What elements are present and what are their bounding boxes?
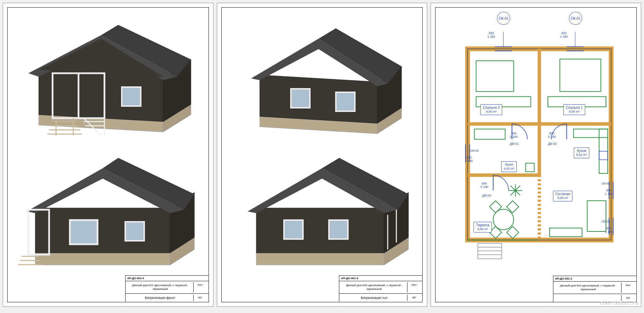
house-render: [239, 153, 412, 274]
dim-win: 8501 180: [560, 32, 568, 39]
render-front-bottom: [11, 149, 198, 274]
window-tag: ОК-01: [470, 149, 479, 153]
tb-view: Визуализация фронт: [127, 295, 194, 301]
tb-view: Визуализация тыл: [341, 295, 407, 301]
tb-leaf-header: Лист: [194, 282, 207, 292]
label-bedroom2: Спальня 28,95 m²: [480, 104, 502, 115]
dim-win: 8501 180: [605, 189, 613, 196]
sheet-rear: АП-ДО-001-3 Дачный дом 6х9 одноэтажный, …: [217, 3, 427, 307]
svg-marker-22: [35, 208, 170, 253]
tb-desc: Дачный дом 6х9 одноэтажный, с террасой -…: [555, 283, 622, 293]
svg-rect-77: [490, 201, 502, 213]
svg-marker-2: [39, 70, 163, 122]
tb-desc: Дачный дом 6х9 одноэтажный, с террасой -…: [127, 282, 194, 292]
svg-marker-40: [256, 253, 384, 265]
window-tag: ОК-01: [569, 12, 582, 25]
house-render: [15, 15, 194, 139]
frame: ОК-01 ОК-01 8501 180 8501 180 Спальня 28…: [435, 7, 637, 302]
watermark: chertezhi.ru: [600, 300, 639, 306]
svg-rect-47: [329, 220, 348, 239]
title-block: АП-ДО-001-3 Дачный дом 6х9 одноэтажный, …: [553, 276, 636, 302]
render-rear-top: [239, 21, 405, 139]
door-tag: ДВ-03: [482, 194, 491, 198]
svg-marker-34: [260, 75, 377, 123]
label-bedroom1: Спальня 18,95 m²: [563, 104, 585, 115]
svg-rect-65: [475, 129, 505, 140]
dim-win: 8501 180: [487, 32, 495, 39]
frame: АП-ДО-001-3 Дачный дом 6х9 одноэтажный, …: [7, 7, 209, 302]
svg-rect-9: [122, 87, 141, 106]
render-rear-bottom: [239, 153, 412, 274]
sheet-front: АП-ДО-001-3 Дачный дом 6х9 одноэтажный, …: [3, 3, 213, 307]
render-front-top: [15, 15, 194, 139]
dim-win: 8501 180: [465, 156, 473, 163]
svg-rect-66: [526, 163, 534, 172]
door-tag: ДВ-01: [510, 142, 518, 146]
title-block: АП-ДО-001-3 Дачный дом 6х9 одноэтажный, …: [125, 275, 209, 302]
sheet-plan: ОК-01 ОК-01 8501 180 8501 180 Спальня 28…: [431, 3, 641, 307]
window-tag: ОК-01: [601, 220, 610, 224]
tb-code: АП-ДО-001-3: [339, 276, 422, 281]
label-living: Гостиная8,65 m²: [553, 191, 572, 201]
svg-rect-78: [507, 201, 519, 213]
svg-rect-26: [70, 220, 98, 244]
callout-window: ОК-01: [497, 12, 510, 25]
floor-plan: ОК-01 ОК-01 8501 180 8501 180 Спальня 28…: [456, 28, 623, 260]
svg-rect-39: [336, 92, 355, 111]
frame: АП-ДО-001-3 Дачный дом 6х9 одноэтажный, …: [221, 7, 423, 302]
house-render: [239, 21, 405, 139]
dim-door: 8002 100: [548, 132, 556, 139]
svg-rect-70: [587, 201, 606, 231]
label-kitchen: Кухня8,02 m²: [574, 148, 589, 158]
title-block: АП-ДО-001-3 Дачный дом 6х9 одноэтажный, …: [339, 275, 422, 302]
door-tag: ДВ-02: [548, 142, 556, 146]
tb-code: АП-ДО-001-3: [553, 276, 636, 282]
svg-rect-61: [476, 61, 514, 92]
svg-rect-71: [550, 228, 582, 237]
svg-marker-20: [35, 253, 170, 265]
svg-rect-46: [284, 220, 303, 239]
tb-desc: Дачный дом 6х9 одноэтажный, с террасой -…: [341, 282, 407, 292]
house-render: [11, 149, 198, 274]
svg-rect-67: [574, 129, 608, 138]
label-terrace: Терраса8,56 m²: [473, 222, 491, 233]
tb-leaf-value: АП: [194, 295, 207, 301]
sheet-row: АП-ДО-001-3 Дачный дом 6х9 одноэтажный, …: [0, 0, 644, 310]
tb-leaf-header: Лист: [622, 283, 635, 293]
tb-leaf-header: Лист: [407, 282, 421, 292]
svg-marker-42: [256, 208, 384, 253]
window-tag: ОК-01: [497, 12, 510, 25]
window-tag: ОК-01: [601, 182, 610, 186]
dim-door3: 9002 100: [480, 182, 488, 189]
svg-rect-69: [599, 151, 608, 160]
dim-win: 8501 180: [605, 227, 613, 234]
svg-rect-63: [560, 59, 601, 92]
label-hall: Холл4,82 m²: [501, 161, 517, 172]
dim-door: 8002 100: [510, 132, 518, 139]
svg-rect-38: [291, 89, 310, 108]
callout-window: ОК-01: [569, 12, 582, 25]
svg-rect-27: [125, 222, 144, 241]
tb-leaf-value: АП: [407, 295, 421, 301]
tb-code: АП-ДО-001-3: [126, 276, 209, 281]
